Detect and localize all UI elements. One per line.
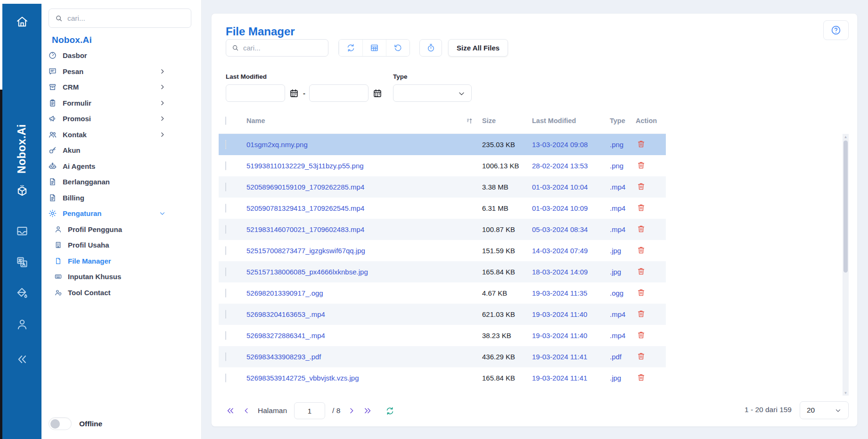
scroll-up-arrow[interactable]: ▲ <box>843 134 849 140</box>
table-row[interactable]: 520589690159109_1709262285.mp4 3.38 MB 0… <box>219 176 666 198</box>
sidebar-subitem[interactable]: Profil Usaha <box>48 237 166 253</box>
timer-button[interactable] <box>419 39 442 57</box>
sync-icon[interactable] <box>385 406 395 416</box>
page-number-input[interactable] <box>294 402 325 419</box>
file-name-link[interactable]: 520590781329413_1709262545.mp4 <box>240 204 482 212</box>
scrollbar-thumb[interactable] <box>843 141 848 273</box>
sidebar-item[interactable]: Pesan <box>48 64 166 80</box>
file-name-link[interactable]: 519938110132229_53j11bzy.p55.png <box>240 162 482 170</box>
trash-icon[interactable] <box>637 203 646 212</box>
table-row[interactable]: 526983272886341_.mp4 38.23 KB 19-03-2024… <box>219 325 666 346</box>
table-row[interactable]: 520590781329413_1709262545.mp4 6.31 MB 0… <box>219 198 666 219</box>
row-checkbox[interactable] <box>225 246 226 255</box>
chevron-right-icon[interactable] <box>347 406 356 415</box>
date-from-input[interactable] <box>226 84 285 102</box>
type-select[interactable] <box>393 84 472 102</box>
file-name-link[interactable]: 526983204163653_.mp4 <box>240 310 482 318</box>
trash-icon[interactable] <box>637 161 646 170</box>
file-name-link[interactable]: 520589690159109_1709262285.mp4 <box>240 183 482 191</box>
row-checkbox[interactable] <box>225 310 226 319</box>
sidebar-subitem[interactable]: Profil Pengguna <box>48 222 166 238</box>
sidebar-item[interactable]: Ai Agents <box>48 158 166 174</box>
scroll-down-arrow[interactable]: ▼ <box>843 390 849 396</box>
table-row[interactable]: 525157138006085_px4666lxknbse.jpg 165.84… <box>219 261 666 282</box>
chevrons-right-icon[interactable] <box>363 406 372 415</box>
toolbar-icon-button[interactable] <box>386 40 409 56</box>
trash-icon[interactable] <box>637 288 646 297</box>
trash-icon[interactable] <box>637 373 646 382</box>
row-checkbox[interactable] <box>225 331 226 340</box>
file-name-link[interactable]: 526983272886341_.mp4 <box>240 331 482 340</box>
trash-icon[interactable] <box>637 182 646 191</box>
sidebar-item[interactable]: Akun <box>48 142 166 158</box>
row-checkbox[interactable] <box>225 182 226 191</box>
sidebar-search-input[interactable] <box>67 14 185 23</box>
table-row[interactable]: 521983146070021_1709602483.mp4 100.87 KB… <box>219 219 666 240</box>
calendar-icon[interactable] <box>372 88 383 99</box>
file-search-input[interactable] <box>243 44 323 52</box>
sidebar-subitem[interactable]: Tool Contact <box>48 285 166 301</box>
sidebar-item[interactable]: Kontak <box>48 127 166 143</box>
sidebar-item[interactable]: Dasbor <box>48 48 166 64</box>
calendar-icon[interactable] <box>289 88 299 99</box>
sidebar-item[interactable]: CRM <box>48 79 166 95</box>
sidebar-subitem[interactable]: Inputan Khusus <box>48 269 166 285</box>
rail-collapse-button[interactable] <box>2 353 41 366</box>
rail-paint-button[interactable] <box>2 287 41 300</box>
trash-icon[interactable] <box>637 140 646 149</box>
table-scrollbar[interactable]: ▲ ▼ <box>843 134 849 396</box>
row-checkbox[interactable] <box>225 352 226 361</box>
table-row[interactable]: 526982013390917_.ogg 4.67 KB 19-03-2024 … <box>219 282 666 304</box>
file-name-link[interactable]: 521983146070021_1709602483.mp4 <box>240 225 482 233</box>
sidebar-item[interactable]: Promosi <box>48 111 166 127</box>
sidebar-item[interactable]: Billing <box>48 190 166 206</box>
table-row[interactable]: 525157008273477_igzgkswif67qq.jpg 151.59… <box>219 240 666 261</box>
toolbar-icon-button[interactable] <box>339 40 362 56</box>
rail-inbox-button[interactable] <box>2 224 41 238</box>
row-checkbox[interactable] <box>225 267 226 276</box>
trash-icon[interactable] <box>637 224 646 233</box>
toolbar-icon-button[interactable] <box>362 40 386 56</box>
chevrons-left-icon[interactable] <box>226 406 235 415</box>
trash-icon[interactable] <box>637 267 646 276</box>
file-name-link[interactable]: 526982013390917_.ogg <box>240 289 482 297</box>
file-name-link[interactable]: 526983433908293_.pdf <box>240 353 482 361</box>
file-name-link[interactable]: 526983539142725_vbbvjstk.vzs.jpg <box>240 374 482 382</box>
table-row[interactable]: 526983204163653_.mp4 621.03 KB 19-03-202… <box>219 304 666 325</box>
table-row[interactable]: 526983539142725_vbbvjstk.vzs.jpg 165.84 … <box>219 367 666 389</box>
sort-icon[interactable] <box>466 117 474 125</box>
rail-home-button[interactable] <box>2 15 41 28</box>
offline-toggle[interactable] <box>49 417 72 430</box>
file-name-link[interactable]: 525157138006085_px4666lxknbse.jpg <box>240 268 482 276</box>
rail-translate-button[interactable] <box>2 256 41 269</box>
chevron-left-icon[interactable] <box>242 406 251 415</box>
trash-icon[interactable] <box>637 309 646 318</box>
trash-icon[interactable] <box>637 246 646 255</box>
sidebar-search[interactable] <box>49 8 191 28</box>
table-row[interactable]: 519938110132229_53j11bzy.p55.png 1006.13… <box>219 155 666 176</box>
row-checkbox[interactable] <box>225 289 226 298</box>
rail-user-button[interactable] <box>2 318 41 331</box>
table-row[interactable]: 526983433908293_.pdf 436.29 KB 19-03-202… <box>219 346 666 367</box>
page-size-select[interactable]: 20 <box>800 401 849 419</box>
row-checkbox[interactable] <box>225 140 226 149</box>
row-checkbox[interactable] <box>225 204 226 213</box>
file-search[interactable] <box>226 39 328 57</box>
size-all-files-button[interactable]: Size All Files <box>448 39 508 57</box>
sidebar-subitem[interactable]: File Manager <box>48 253 166 269</box>
sidebar-item[interactable]: Formulir <box>48 95 166 111</box>
help-button[interactable] <box>823 20 849 40</box>
row-checkbox[interactable] <box>225 161 226 170</box>
date-to-input[interactable] <box>309 84 368 102</box>
file-name-link[interactable]: 525157008273477_igzgkswif67qq.jpg <box>240 247 482 255</box>
file-name-link[interactable]: 01sgm2xq.nmy.png <box>240 141 482 149</box>
table-row[interactable]: 01sgm2xq.nmy.png 235.03 KB 13-03-2024 09… <box>219 134 666 155</box>
type-filter: Type <box>393 73 472 102</box>
select-all-checkbox[interactable] <box>225 116 226 125</box>
sidebar-item[interactable]: Pengaturan <box>48 206 166 222</box>
row-checkbox[interactable] <box>225 373 226 382</box>
trash-icon[interactable] <box>637 352 646 361</box>
sidebar-item[interactable]: Berlangganan <box>48 174 166 190</box>
row-checkbox[interactable] <box>225 225 226 234</box>
trash-icon[interactable] <box>637 331 646 340</box>
